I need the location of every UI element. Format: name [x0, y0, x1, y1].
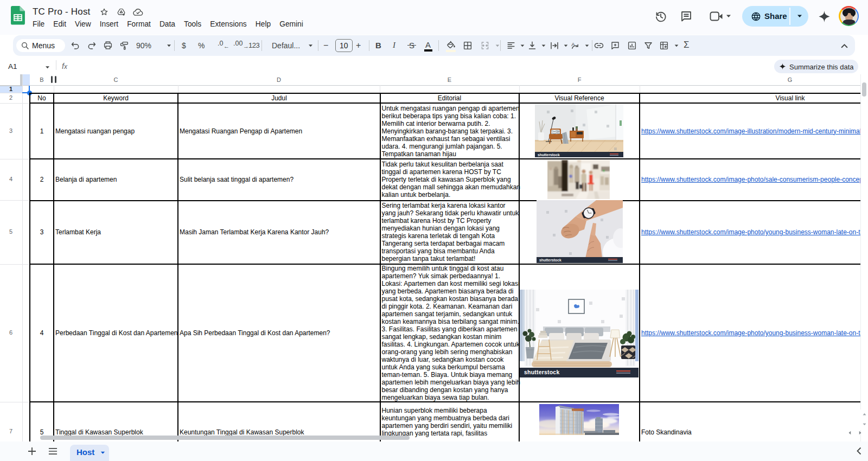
svg-text:shutterstock: shutterstock	[524, 369, 559, 375]
svg-text:shutterstock: shutterstock	[538, 153, 560, 157]
svg-text:shutterstock: shutterstock	[539, 258, 561, 262]
